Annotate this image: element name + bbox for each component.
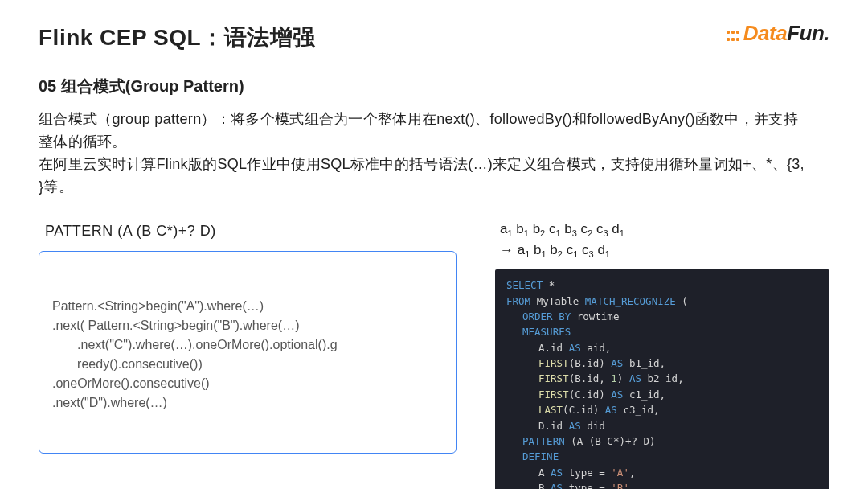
two-column-layout: PATTERN (A (B C*)+? D) Pattern.<String>b… [39, 220, 829, 489]
brand-logo: DataFun. [726, 21, 829, 46]
logo-part2: Fun. [787, 21, 829, 45]
left-column: PATTERN (A (B C*)+? D) Pattern.<String>b… [39, 220, 457, 489]
slide-title: Flink CEP SQL：语法增强 [39, 23, 829, 53]
sequence-output: → a1 b1 b2 c1 c3 d1 [500, 240, 829, 261]
event-sequence: a1 b1 b2 c1 b3 c2 c3 d1 → a1 b1 b2 c1 c3… [495, 220, 829, 262]
logo-dots-icon [726, 27, 740, 42]
pattern-expression: PATTERN (A (B C*)+? D) [45, 223, 457, 240]
sql-code-block: SELECT * FROM MyTable MATCH_RECOGNIZE ( … [495, 269, 829, 489]
sequence-input: a1 b1 b2 c1 b3 c2 c3 d1 [500, 220, 829, 240]
right-column: a1 b1 b2 c1 b3 c2 c3 d1 → a1 b1 b2 c1 c3… [495, 220, 829, 489]
logo-part1: Data [743, 21, 787, 45]
description-text: 组合模式（group pattern）：将多个模式组合为一个整体用在next()… [39, 109, 810, 199]
slide: Flink CEP SQL：语法增强 DataFun. 05 组合模式(Grou… [0, 0, 868, 489]
java-code: Pattern.<String>begin("A").where(…) .nex… [52, 297, 441, 413]
section-heading: 05 组合模式(Group Pattern) [39, 76, 829, 97]
java-code-box: Pattern.<String>begin("A").where(…) .nex… [39, 251, 457, 454]
